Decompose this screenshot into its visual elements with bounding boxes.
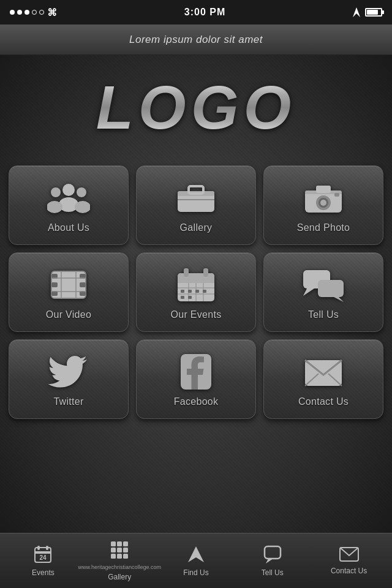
svg-rect-32 — [178, 281, 214, 283]
gallery-button[interactable]: Gallery — [136, 165, 256, 245]
svg-rect-56 — [37, 546, 40, 550]
logo-area: LOGO — [0, 55, 392, 159]
tab-find-us-label: Find Us — [183, 568, 208, 577]
arrow-icon — [353, 7, 360, 17]
status-bar: ⌘ 3:00 PM — [0, 0, 392, 24]
svg-rect-33 — [184, 268, 189, 277]
tab-gallery-label: Gallery — [108, 573, 131, 581]
svg-marker-0 — [353, 7, 360, 17]
app-logo: LOGO — [96, 72, 296, 143]
tab-chat-icon — [263, 545, 282, 566]
tab-grid-icon — [110, 541, 129, 562]
film-icon — [47, 266, 90, 303]
svg-rect-9 — [189, 186, 203, 194]
our-video-label: Our Video — [46, 309, 91, 320]
svg-rect-48 — [318, 280, 344, 297]
svg-marker-47 — [303, 288, 314, 296]
dot-1 — [10, 10, 15, 15]
tab-envelope-icon — [339, 547, 359, 564]
svg-rect-42 — [195, 290, 199, 293]
svg-marker-68 — [188, 546, 204, 562]
dot-4 — [32, 10, 37, 15]
svg-point-5 — [77, 187, 86, 197]
svg-point-4 — [47, 201, 62, 213]
svg-text:24: 24 — [40, 554, 47, 561]
svg-rect-45 — [188, 296, 192, 299]
facebook-icon — [175, 353, 217, 390]
svg-rect-67 — [123, 554, 128, 559]
envelope-icon — [302, 353, 345, 390]
dot-5 — [39, 10, 44, 15]
status-right — [353, 7, 382, 17]
tab-contact-us[interactable]: Contact Us — [318, 547, 380, 575]
dot-2 — [17, 10, 22, 15]
tab-bar: 24 Events www.heritagechristiancollege.c… — [0, 533, 392, 588]
svg-point-1 — [62, 184, 75, 196]
battery-fill — [367, 10, 378, 15]
tab-website-text: www.heritagechristiancollege.com — [78, 564, 161, 570]
svg-rect-65 — [111, 554, 116, 559]
tell-us-button[interactable]: Tell Us — [263, 252, 383, 332]
battery-icon — [365, 8, 382, 17]
menu-grid: About Us Gallery — [0, 159, 392, 425]
camera-icon — [302, 179, 345, 216]
svg-rect-40 — [181, 290, 184, 293]
chat-icon — [302, 266, 345, 303]
status-time: 3:00 PM — [184, 7, 225, 18]
gallery-label: Gallery — [180, 222, 213, 233]
tab-calendar-icon: 24 — [34, 545, 52, 566]
svg-rect-17 — [334, 193, 339, 197]
tab-events[interactable]: 24 Events — [12, 545, 74, 577]
people-icon — [47, 179, 90, 216]
svg-rect-66 — [117, 554, 122, 559]
send-photo-label: Send Photo — [297, 222, 350, 233]
svg-rect-62 — [111, 548, 116, 552]
briefcase-icon — [175, 179, 217, 216]
our-events-button[interactable]: Our Events — [136, 252, 256, 332]
svg-point-3 — [51, 187, 61, 197]
tell-us-label: Tell Us — [308, 309, 339, 320]
tab-events-label: Events — [32, 568, 55, 577]
app-header: Lorem ipsum dolor sit amet — [0, 24, 392, 55]
svg-rect-57 — [46, 546, 48, 550]
twitter-label: Twitter — [53, 396, 83, 407]
tab-gallery[interactable]: www.heritagechristiancollege.com Gallery — [89, 541, 150, 581]
main-content: LOGO About Us — [0, 55, 392, 533]
tab-tell-us[interactable]: Tell Us — [242, 545, 303, 577]
wifi-icon: ⌘ — [47, 7, 57, 18]
status-left: ⌘ — [10, 7, 57, 18]
tab-contact-us-label: Contact Us — [331, 567, 367, 575]
svg-rect-64 — [123, 548, 128, 552]
our-events-label: Our Events — [170, 309, 221, 320]
svg-rect-55 — [35, 551, 51, 554]
contact-us-grid-label: Contact Us — [298, 396, 349, 407]
about-us-label: About Us — [48, 222, 89, 233]
send-photo-button[interactable]: Send Photo — [263, 165, 383, 245]
tab-find-us[interactable]: Find Us — [165, 545, 227, 577]
svg-point-16 — [320, 200, 326, 206]
svg-rect-21 — [51, 282, 58, 287]
facebook-label: Facebook — [174, 396, 219, 407]
svg-marker-49 — [334, 297, 344, 302]
svg-point-6 — [75, 201, 90, 213]
header-tagline: Lorem ipsum dolor sit amet — [129, 34, 263, 46]
signal-dots — [10, 10, 44, 15]
twitter-button[interactable]: Twitter — [9, 339, 129, 419]
facebook-button[interactable]: Facebook — [136, 339, 256, 419]
svg-rect-43 — [203, 290, 206, 293]
tab-navigation-icon — [187, 545, 205, 566]
our-video-button[interactable]: Our Video — [9, 252, 129, 332]
contact-us-button[interactable]: Contact Us — [263, 339, 383, 419]
svg-rect-24 — [80, 282, 86, 287]
twitter-icon — [47, 353, 90, 390]
svg-rect-13 — [316, 186, 331, 193]
svg-rect-61 — [123, 541, 128, 546]
tab-tell-us-label: Tell Us — [262, 568, 284, 577]
calendar-icon — [175, 266, 217, 303]
svg-rect-63 — [117, 548, 122, 552]
svg-rect-60 — [117, 541, 122, 546]
svg-rect-34 — [203, 268, 208, 277]
dot-3 — [24, 10, 29, 15]
svg-rect-69 — [265, 546, 281, 559]
about-us-button[interactable]: About Us — [9, 165, 129, 245]
